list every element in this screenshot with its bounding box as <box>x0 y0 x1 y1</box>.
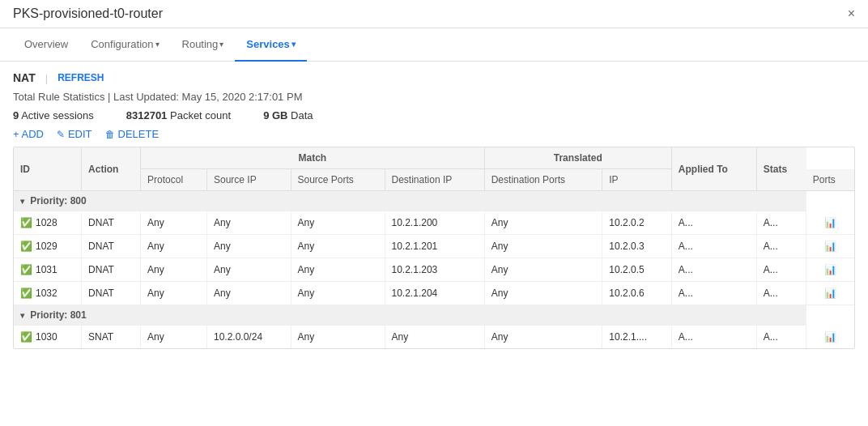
cell-protocol: Any <box>141 326 207 349</box>
delete-button[interactable]: 🗑 DELETE <box>105 128 160 140</box>
tab-overview[interactable]: Overview <box>13 28 79 62</box>
tab-configuration[interactable]: Configuration ▾ <box>79 28 170 62</box>
tab-services[interactable]: Services ▾ <box>235 28 307 62</box>
table-row[interactable]: ✅1030 SNAT Any 10.2.0.0/24 Any Any Any 1… <box>14 326 854 349</box>
status-icon: ✅ <box>20 331 32 343</box>
cell-source-ports: Any <box>291 211 385 235</box>
tab-routing[interactable]: Routing ▾ <box>171 28 236 62</box>
nat-table: ID Action Match Translated Applied To St… <box>13 147 855 349</box>
bar-chart-icon[interactable]: 📊 <box>824 288 836 299</box>
cell-destination-ports: Any <box>484 235 602 258</box>
col-source-ports: Source Ports <box>291 169 385 191</box>
sessions-summary: 9 Active sessions <box>13 109 94 121</box>
bar-chart-icon[interactable]: 📊 <box>824 217 836 228</box>
cell-protocol: Any <box>141 258 207 282</box>
edit-icon: ✎ <box>57 129 65 140</box>
cell-applied-to: A... <box>756 258 806 282</box>
cell-source-ports: Any <box>291 258 385 282</box>
status-icon: ✅ <box>20 288 32 299</box>
edit-button[interactable]: ✎ EDIT <box>57 128 92 140</box>
cell-protocol: Any <box>141 235 207 258</box>
cell-translated-ip: 10.2.0.6 <box>602 282 672 305</box>
cell-source-ip: 10.2.0.0/24 <box>207 326 291 349</box>
cell-translated-ports: A... <box>671 211 756 235</box>
section-label: NAT <box>13 71 36 84</box>
cell-destination-ip: 10.2.1.200 <box>385 211 484 235</box>
section-header: NAT | REFRESH <box>13 71 855 84</box>
group-header-row: ▾ Priority: 801 <box>14 305 854 326</box>
cell-source-ip: Any <box>207 282 291 305</box>
chevron-down-icon: ▾ <box>291 40 296 49</box>
cell-action: DNAT <box>82 282 141 305</box>
cell-action: DNAT <box>82 211 141 235</box>
trash-icon: 🗑 <box>105 129 115 140</box>
status-icon: ✅ <box>20 217 32 228</box>
data-summary: 9 GB Data <box>263 109 313 121</box>
col-translated-group: Translated <box>484 147 671 169</box>
status-icon: ✅ <box>20 264 32 275</box>
cell-id: ✅1028 <box>14 211 82 235</box>
packet-summary: 8312701 Packet count <box>126 109 231 121</box>
table-row[interactable]: ✅1031 DNAT Any Any Any 10.2.1.203 Any 10… <box>14 258 854 282</box>
cell-translated-ports: A... <box>671 235 756 258</box>
window-header: PKS-provisioned-t0-router × <box>0 0 868 28</box>
col-translated-ip: IP <box>602 169 672 191</box>
window-title: PKS-provisioned-t0-router <box>13 6 163 21</box>
cell-destination-ports: Any <box>484 282 602 305</box>
cell-destination-ports: Any <box>484 326 602 349</box>
cell-stats[interactable]: 📊 <box>806 258 854 282</box>
bar-chart-icon[interactable]: 📊 <box>824 264 836 275</box>
cell-destination-ip: Any <box>385 326 484 349</box>
cell-source-ip: Any <box>207 258 291 282</box>
chevron-right-icon: ▾ <box>20 311 24 320</box>
cell-destination-ports: Any <box>484 211 602 235</box>
cell-applied-to: A... <box>756 235 806 258</box>
cell-destination-ip: 10.2.1.201 <box>385 235 484 258</box>
chevron-down-icon: ▾ <box>219 40 223 49</box>
cell-stats[interactable]: 📊 <box>806 235 854 258</box>
divider: | <box>45 72 48 84</box>
nav-tabs: Overview Configuration ▾ Routing ▾ Servi… <box>0 28 868 62</box>
cell-stats[interactable]: 📊 <box>806 211 854 235</box>
cell-translated-ip: 10.2.0.3 <box>602 235 672 258</box>
bar-chart-icon[interactable]: 📊 <box>824 331 836 343</box>
cell-destination-ports: Any <box>484 258 602 282</box>
col-destination-ports: Destination Ports <box>484 169 602 191</box>
content-area: NAT | REFRESH Total Rule Statistics | La… <box>0 62 868 359</box>
cell-stats[interactable]: 📊 <box>806 326 854 349</box>
table-row[interactable]: ✅1029 DNAT Any Any Any 10.2.1.201 Any 10… <box>14 235 854 258</box>
cell-action: SNAT <box>82 326 141 349</box>
chevron-down-icon: ▾ <box>155 40 160 49</box>
toolbar: + ADD ✎ EDIT 🗑 DELETE <box>13 128 855 140</box>
cell-destination-ip: 10.2.1.203 <box>385 258 484 282</box>
table-row[interactable]: ✅1032 DNAT Any Any Any 10.2.1.204 Any 10… <box>14 282 854 305</box>
cell-translated-ports: A... <box>671 282 756 305</box>
col-destination-ip: Destination IP <box>385 169 484 191</box>
cell-translated-ports: A... <box>671 326 756 349</box>
table-row[interactable]: ✅1028 DNAT Any Any Any 10.2.1.200 Any 10… <box>14 211 854 235</box>
cell-translated-ip: 10.2.0.5 <box>602 258 672 282</box>
col-match-group: Match <box>141 147 485 169</box>
col-applied-to: Applied To <box>671 147 756 191</box>
cell-translated-ip: 10.2.0.2 <box>602 211 672 235</box>
cell-action: DNAT <box>82 235 141 258</box>
cell-id: ✅1029 <box>14 235 82 258</box>
col-id: ID <box>14 147 82 191</box>
cell-id: ✅1030 <box>14 326 82 349</box>
cell-id: ✅1032 <box>14 282 82 305</box>
cell-source-ports: Any <box>291 235 385 258</box>
bar-chart-icon[interactable]: 📊 <box>824 241 836 252</box>
refresh-button[interactable]: REFRESH <box>57 72 104 83</box>
close-button[interactable]: × <box>848 6 855 21</box>
cell-translated-ports: A... <box>671 258 756 282</box>
col-stats: Stats <box>756 147 806 191</box>
cell-protocol: Any <box>141 211 207 235</box>
chevron-right-icon: ▾ <box>20 197 24 206</box>
col-action: Action <box>82 147 141 191</box>
summary-row: 9 Active sessions 8312701 Packet count 9… <box>13 109 855 121</box>
add-button[interactable]: + ADD <box>13 128 44 140</box>
cell-action: DNAT <box>82 258 141 282</box>
cell-source-ports: Any <box>291 282 385 305</box>
group-header-row: ▾ Priority: 800 <box>14 191 854 211</box>
cell-stats[interactable]: 📊 <box>806 282 854 305</box>
